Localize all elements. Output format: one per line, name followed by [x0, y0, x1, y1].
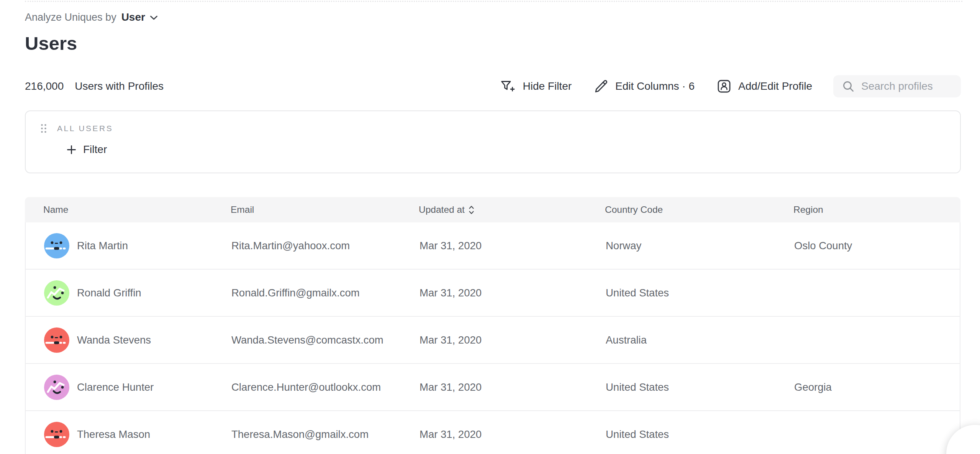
table-row[interactable]: Clarence Hunter Clarence.Hunter@outlookx…	[26, 364, 960, 411]
edit-columns-label: Edit Columns · 6	[615, 80, 695, 92]
plus-icon	[66, 145, 77, 155]
add-filter-button[interactable]: Filter	[66, 143, 107, 156]
add-filter-label: Filter	[83, 143, 107, 156]
filter-scope-label: ALL USERS	[57, 124, 113, 133]
sort-icon	[469, 205, 474, 215]
analyze-by-dropdown[interactable]: User	[121, 11, 158, 23]
profiles-count-group: 216,000 Users with Profiles	[25, 80, 164, 92]
user-name: Ronald Griffin	[77, 287, 141, 299]
table-row[interactable]: Ronald Griffin Ronald.Griffin@gmailx.com…	[26, 270, 960, 317]
country-cell: United States	[606, 287, 794, 299]
table-row[interactable]: Theresa Mason Theresa.Mason@gmailx.com M…	[26, 411, 960, 454]
column-header-updated-at[interactable]: Updated at	[419, 204, 605, 215]
drag-handle[interactable]	[40, 123, 47, 133]
name-cell: Theresa Mason	[44, 422, 231, 447]
region-cell: Oslo County	[794, 240, 960, 252]
search-profiles-box[interactable]	[833, 75, 961, 97]
avatar	[44, 422, 69, 447]
country-cell: Australia	[606, 334, 794, 346]
name-cell: Clarence Hunter	[44, 375, 231, 400]
avatar	[44, 375, 69, 400]
profiles-count-label: Users with Profiles	[75, 80, 164, 92]
search-icon	[842, 80, 855, 93]
drag-dots-icon	[40, 123, 47, 133]
updated-cell: Mar 31, 2020	[420, 428, 606, 441]
hide-filter-button[interactable]: Hide Filter	[499, 78, 572, 95]
name-cell: Wanda Stevens	[44, 327, 231, 353]
analyze-by-value: User	[121, 11, 145, 23]
avatar	[44, 233, 69, 258]
chevron-down-icon	[150, 15, 158, 20]
country-cell: United States	[606, 428, 794, 441]
avatar	[44, 327, 69, 353]
user-name: Clarence Hunter	[77, 381, 154, 393]
user-name: Theresa Mason	[77, 428, 150, 441]
name-cell: Rita Martin	[44, 233, 231, 258]
column-header-email[interactable]: Email	[231, 204, 419, 215]
analyze-uniques-row: Analyze Uniques by User	[25, 0, 961, 23]
email-cell: Clarence.Hunter@outlookx.com	[231, 381, 420, 393]
region-cell: Georgia	[794, 381, 960, 393]
profile-card-icon	[716, 78, 733, 95]
toolbar-actions: Hide Filter Edit Columns · 6 Add/Edit Pr…	[499, 75, 961, 97]
add-edit-profile-button[interactable]: Add/Edit Profile	[716, 78, 812, 95]
users-table: Name Email Updated at Country Code Regio…	[25, 197, 960, 454]
users-page: Analyze Uniques by User Users 216,000 Us…	[25, 0, 961, 454]
updated-cell: Mar 31, 2020	[420, 381, 606, 393]
toolbar: 216,000 Users with Profiles Hide Filter …	[25, 75, 961, 98]
user-name: Rita Martin	[77, 240, 128, 252]
filter-scope-row: ALL USERS	[40, 122, 960, 135]
table-row[interactable]: Wanda Stevens Wanda.Stevens@comcastx.com…	[26, 317, 960, 364]
funnel-plus-icon	[499, 78, 517, 95]
country-cell: Norway	[606, 240, 794, 252]
table-row[interactable]: Rita Martin Rita.Martin@yahoox.com Mar 3…	[26, 222, 960, 270]
column-header-region[interactable]: Region	[793, 204, 960, 215]
table-header: Name Email Updated at Country Code Regio…	[25, 197, 960, 222]
column-header-country-code[interactable]: Country Code	[605, 204, 793, 215]
email-cell: Theresa.Mason@gmailx.com	[231, 428, 420, 441]
pencil-icon	[593, 78, 610, 95]
column-header-name[interactable]: Name	[43, 204, 231, 215]
updated-cell: Mar 31, 2020	[420, 287, 606, 299]
name-cell: Ronald Griffin	[44, 280, 231, 306]
email-cell: Rita.Martin@yahoox.com	[231, 240, 420, 252]
add-edit-profile-label: Add/Edit Profile	[738, 80, 812, 92]
edit-columns-button[interactable]: Edit Columns · 6	[593, 78, 695, 95]
search-profiles-input[interactable]	[861, 80, 956, 92]
updated-cell: Mar 31, 2020	[420, 334, 606, 346]
table-body: Rita Martin Rita.Martin@yahoox.com Mar 3…	[25, 222, 960, 454]
email-cell: Wanda.Stevens@comcastx.com	[231, 334, 420, 346]
profiles-count: 216,000	[25, 80, 64, 92]
country-cell: United States	[606, 381, 794, 393]
email-cell: Ronald.Griffin@gmailx.com	[231, 287, 420, 299]
hide-filter-label: Hide Filter	[523, 80, 572, 92]
filter-panel: ALL USERS Filter	[25, 110, 961, 173]
updated-cell: Mar 31, 2020	[420, 240, 606, 252]
page-title: Users	[25, 33, 961, 53]
avatar	[44, 280, 69, 306]
user-name: Wanda Stevens	[77, 334, 151, 346]
analyze-uniques-label: Analyze Uniques by	[25, 12, 116, 23]
